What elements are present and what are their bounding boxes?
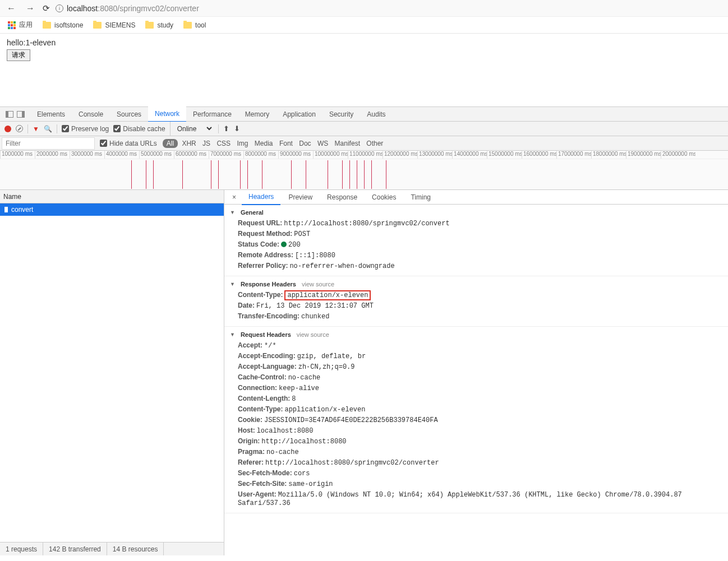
preserve-log-checkbox[interactable]: Preserve log: [62, 125, 109, 133]
view-source-link[interactable]: view source: [302, 281, 334, 288]
device-toggle-icon[interactable]: [17, 111, 25, 118]
request-list: Name convert 1 requests 142 B transferre…: [0, 190, 224, 555]
waterfall-timeline[interactable]: 1000000 ms2000000 ms3000000 ms4000000 ms…: [0, 151, 728, 190]
section-request-headers: ▼Request Headersview source Accept:*/* A…: [224, 327, 728, 513]
apps-icon: [8, 21, 16, 29]
tab-elements[interactable]: Elements: [30, 107, 72, 122]
filter-types: All XHR JS CSS Img Media Font Doc WS Man…: [163, 140, 386, 147]
filter-bar: Hide data URLs All XHR JS CSS Img Media …: [0, 136, 728, 151]
throttling-select[interactable]: Online: [170, 122, 214, 136]
address-bar[interactable]: i localhost:8080/springmvc02/converter: [56, 0, 724, 16]
filter-ws[interactable]: WS: [315, 138, 330, 149]
hide-data-urls-checkbox[interactable]: Hide data URLs: [100, 140, 157, 147]
tab-security[interactable]: Security: [322, 107, 360, 122]
timeline-body: [0, 159, 728, 190]
filter-img[interactable]: Img: [234, 138, 250, 149]
reload-button[interactable]: ⟳: [43, 3, 50, 13]
section-general: ▼General Request URL:http://localhost:80…: [224, 205, 728, 276]
detail-tab-cookies[interactable]: Cookies: [365, 190, 403, 205]
network-status-bar: 1 requests 142 B transferred 14 B resour…: [0, 542, 224, 555]
request-button[interactable]: 请求: [7, 49, 30, 61]
filter-other[interactable]: Other: [364, 138, 385, 149]
filter-doc[interactable]: Doc: [297, 138, 313, 149]
highlighted-content-type: application/x-eleven: [284, 290, 371, 300]
network-toolbar: ▼ 🔍 Preserve log Disable cache Online ⬆ …: [0, 122, 728, 136]
close-detail-button[interactable]: ×: [228, 193, 241, 201]
record-button[interactable]: [4, 126, 11, 132]
network-body: Name convert 1 requests 142 B transferre…: [0, 190, 728, 555]
request-row-convert[interactable]: convert: [0, 203, 224, 216]
request-detail: × Headers Preview Response Cookies Timin…: [224, 190, 728, 555]
bookmark-study[interactable]: study: [145, 21, 173, 29]
filter-all[interactable]: All: [163, 139, 178, 148]
detail-tab-headers[interactable]: Headers: [242, 190, 280, 205]
search-icon[interactable]: 🔍: [44, 125, 52, 133]
apps-label: 应用: [19, 20, 33, 30]
filter-input[interactable]: [2, 138, 94, 149]
folder-icon: [93, 22, 102, 29]
tab-application[interactable]: Application: [276, 107, 322, 122]
tab-performance[interactable]: Performance: [186, 107, 238, 122]
chevron-down-icon: ▼: [230, 332, 235, 337]
bookmark-tool[interactable]: tool: [183, 21, 206, 29]
chevron-down-icon: ▼: [230, 210, 235, 215]
filter-js[interactable]: JS: [200, 138, 213, 149]
bookmark-siemens[interactable]: SIEMENS: [93, 21, 135, 29]
filter-manifest[interactable]: Manifest: [333, 138, 362, 149]
back-button[interactable]: ←: [4, 3, 18, 13]
detail-tab-response[interactable]: Response: [320, 190, 364, 205]
browser-toolbar: ← → ⟳ i localhost:8080/springmvc02/conve…: [0, 0, 728, 17]
filter-media[interactable]: Media: [252, 138, 275, 149]
forward-button[interactable]: →: [24, 3, 37, 13]
url-host: localhost: [67, 4, 98, 13]
detail-tab-preview[interactable]: Preview: [282, 190, 319, 205]
devtools-panel: Elements Console Sources Network Perform…: [0, 106, 728, 555]
detail-tab-timing[interactable]: Timing: [404, 190, 437, 205]
folder-icon: [183, 22, 192, 29]
tab-console[interactable]: Console: [72, 107, 110, 122]
url-path: /springmvc02/converter: [117, 4, 199, 13]
devtools-tabs: Elements Console Sources Network Perform…: [0, 107, 728, 122]
file-icon: [4, 207, 8, 212]
page-content: hello:1-eleven 请求: [0, 34, 728, 106]
folder-icon: [43, 22, 51, 29]
tab-sources[interactable]: Sources: [110, 107, 148, 122]
bookmarks-bar: 应用 isoftstone SIEMENS study tool: [0, 17, 728, 34]
status-resources: 14 B resources: [107, 543, 164, 556]
timeline-ticks: 1000000 ms2000000 ms3000000 ms4000000 ms…: [0, 151, 728, 159]
status-dot-icon: [281, 242, 287, 247]
tab-memory[interactable]: Memory: [238, 107, 276, 122]
apps-shortcut[interactable]: 应用: [8, 20, 33, 30]
filter-icon[interactable]: ▼: [33, 125, 39, 133]
status-transferred: 142 B transferred: [43, 543, 107, 556]
url-port: :8080: [98, 4, 117, 13]
clear-button[interactable]: [16, 125, 23, 132]
tab-network[interactable]: Network: [148, 106, 186, 122]
detail-tabs: × Headers Preview Response Cookies Timin…: [224, 190, 728, 205]
tab-audits[interactable]: Audits: [360, 107, 392, 122]
hello-text: hello:1-eleven: [7, 38, 721, 47]
import-button[interactable]: ⬆: [223, 124, 229, 133]
bookmark-isoftstone[interactable]: isoftstone: [43, 21, 83, 29]
section-response-headers: ▼Response Headersview source Content-Typ…: [224, 276, 728, 327]
export-button[interactable]: ⬇: [234, 124, 240, 133]
view-source-link[interactable]: view source: [297, 331, 329, 338]
site-info-icon[interactable]: i: [56, 4, 63, 12]
disable-cache-checkbox[interactable]: Disable cache: [113, 125, 165, 133]
status-requests: 1 requests: [0, 543, 43, 556]
filter-font[interactable]: Font: [277, 138, 295, 149]
filter-css[interactable]: CSS: [214, 138, 233, 149]
folder-icon: [145, 22, 154, 29]
request-list-header[interactable]: Name: [0, 190, 224, 203]
inspect-icon[interactable]: [6, 111, 13, 118]
chevron-down-icon: ▼: [230, 281, 235, 287]
filter-xhr[interactable]: XHR: [179, 138, 198, 149]
